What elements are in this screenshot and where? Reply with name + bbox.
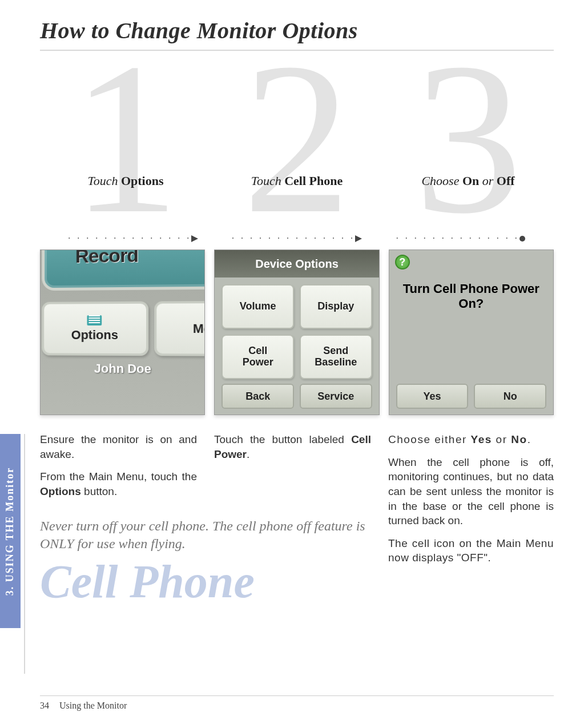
- step-3-caption: Choose On or Off: [382, 174, 554, 188]
- t: .: [247, 448, 249, 460]
- t: Back: [245, 391, 270, 403]
- device-options-header: Device Options: [215, 250, 378, 277]
- step-number-3: 3: [414, 62, 522, 219]
- step-2-caption: Touch Cell Phone: [211, 174, 382, 188]
- screenshot-main-menu: Record Options Mess John Doe: [40, 250, 205, 415]
- t: or: [479, 174, 497, 188]
- messages-button-label: Mess: [193, 321, 205, 336]
- t: Choose: [421, 174, 462, 188]
- yes-button[interactable]: Yes: [396, 384, 469, 409]
- footer-section: Using the Monitor: [59, 701, 127, 710]
- t: Yes: [423, 391, 441, 403]
- record-panel[interactable]: Record: [42, 250, 205, 291]
- dots: · · · · · · · · · · · · · ·: [396, 234, 519, 244]
- page-title: How to Change Monitor Options: [40, 17, 554, 51]
- messages-button[interactable]: Mess: [154, 301, 205, 356]
- back-button[interactable]: Back: [221, 384, 294, 409]
- list-icon: [87, 315, 102, 325]
- t: Touch: [251, 174, 284, 188]
- screenshot-confirm: ? Turn Cell Phone Power On? Yes No: [389, 250, 554, 415]
- t: Cell Power: [243, 345, 273, 368]
- side-rule: [24, 434, 25, 674]
- step-number-2: 2: [243, 62, 351, 219]
- options-button-label: Options: [71, 328, 118, 343]
- t: Cell Phone: [284, 174, 343, 188]
- col-1: Ensure the monitor is on and awake. From…: [40, 432, 197, 507]
- t: No: [511, 433, 527, 445]
- user-name: John Doe: [40, 361, 205, 377]
- t: Yes: [471, 433, 492, 445]
- footer: 34 Using the Monitor: [40, 695, 554, 711]
- cell-power-button[interactable]: Cell Power: [221, 335, 294, 379]
- dot-end-icon: [519, 236, 525, 242]
- t: Options: [40, 485, 81, 497]
- chapter-tab-label: 3. USING THE Monitor: [5, 466, 17, 596]
- step-number-1: 1: [71, 62, 180, 219]
- step-3: 3 Choose On or Off: [382, 62, 554, 234]
- arrow-icon: [191, 235, 198, 242]
- help-icon[interactable]: ?: [395, 255, 410, 270]
- volume-button[interactable]: Volume: [221, 284, 294, 329]
- c3p2: When the cell phone is off, monitoring c…: [388, 455, 554, 528]
- confirm-question: Turn Cell Phone Power On?: [389, 281, 553, 312]
- record-label: Record: [75, 250, 138, 267]
- dots: · · · · · · · · · · · · · ·: [232, 234, 355, 244]
- no-button[interactable]: No: [474, 384, 546, 409]
- chapter-tab: 3. USING THE Monitor: [0, 434, 21, 628]
- t: On: [462, 174, 479, 188]
- t: Display: [317, 301, 354, 312]
- page-number: 34: [40, 701, 49, 710]
- t: .: [527, 433, 531, 445]
- c1p2: From the Main Menu, touch the Options bu…: [40, 469, 197, 498]
- t: Choose either: [388, 433, 471, 445]
- t: Options: [121, 174, 164, 188]
- flow-row: · · · · · · · · · · · · · · · · · · · · …: [40, 234, 554, 244]
- col-3: Choose either Yes or No. When the cell p…: [388, 432, 554, 605]
- topic-heading: Cell Phone: [40, 558, 371, 605]
- t: Volume: [240, 301, 276, 312]
- step-1-caption: Touch Options: [40, 174, 211, 188]
- t: Touch: [87, 174, 120, 188]
- t: Send Baseline: [315, 345, 357, 368]
- c2p1: Touch the button labeled Cell Power.: [214, 432, 371, 461]
- step-1: 1 Touch Options: [40, 62, 211, 234]
- t: or: [492, 433, 511, 445]
- options-button[interactable]: Options: [42, 301, 148, 356]
- screenshot-device-options: Device Options Volume Display Cell Power…: [214, 250, 379, 415]
- col-2: Touch the button labeled Cell Power.: [214, 432, 371, 507]
- t: Touch the button labeled: [214, 433, 351, 445]
- c3p1: Choose either Yes or No.: [388, 432, 554, 447]
- arrow-icon: [355, 235, 362, 242]
- t: button.: [81, 485, 117, 497]
- display-button[interactable]: Display: [300, 284, 372, 329]
- c1p1: Ensure the monitor is on and awake.: [40, 432, 197, 461]
- service-button[interactable]: Service: [300, 384, 372, 409]
- warning-note: Never turn off your cell phone. The cell…: [40, 517, 371, 553]
- t: Service: [317, 391, 354, 403]
- dots: · · · · · · · · · · · · · ·: [68, 234, 191, 244]
- t: No: [504, 391, 517, 403]
- send-baseline-button[interactable]: Send Baseline: [300, 335, 372, 379]
- t: ?: [399, 256, 405, 268]
- t: From the Main Menu, touch the: [40, 470, 197, 482]
- c3p3: The cell icon on the Main Menu now displ…: [388, 536, 554, 565]
- t: Off: [497, 174, 515, 188]
- step-2: 2 Touch Cell Phone: [211, 62, 382, 234]
